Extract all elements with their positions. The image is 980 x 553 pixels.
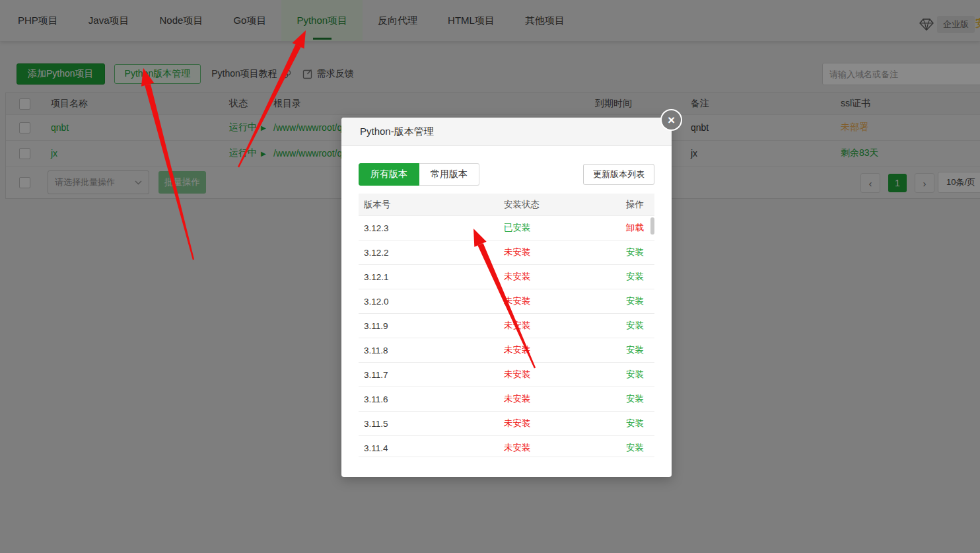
install-action[interactable]: 安装: [575, 246, 654, 258]
install-action[interactable]: 安装: [575, 393, 654, 405]
version-table: 版本号 安装状态 操作 3.12.3已安装卸载3.12.2未安装安装3.12.1…: [359, 194, 654, 457]
version-number: 3.11.4: [359, 443, 499, 453]
version-number: 3.12.2: [359, 248, 499, 258]
version-rows: 3.12.3已安装卸载3.12.2未安装安装3.12.1未安装安装3.12.0未…: [359, 215, 654, 457]
version-row: 3.11.8未安装安装: [359, 338, 654, 362]
install-action[interactable]: 安装: [575, 369, 654, 381]
version-number: 3.11.7: [359, 370, 499, 380]
modal-body: 所有版本 常用版本 更新版本列表 版本号 安装状态 操作 3.12.3已安装卸载…: [341, 146, 672, 457]
version-number: 3.11.9: [359, 321, 499, 331]
close-icon[interactable]: ×: [660, 109, 682, 131]
update-version-list-button[interactable]: 更新版本列表: [583, 164, 654, 185]
page: PHP项目 Java项目 Node项目 Go项目 Python项目 反向代理 H…: [0, 0, 980, 553]
version-filter-tabs: 所有版本 常用版本 更新版本列表: [359, 163, 654, 186]
version-row: 3.11.6未安装安装: [359, 387, 654, 411]
install-action[interactable]: 安装: [575, 344, 654, 356]
install-status: 未安装: [499, 271, 575, 283]
version-number: 3.11.5: [359, 419, 499, 429]
version-row: 3.12.3已安装卸载: [359, 215, 654, 240]
install-status: 未安装: [499, 442, 575, 454]
install-status: 已安装: [499, 222, 575, 234]
install-action[interactable]: 安装: [575, 271, 654, 283]
version-row: 3.11.4未安装安装: [359, 435, 654, 457]
version-number: 3.12.0: [359, 297, 499, 307]
install-status: 未安装: [499, 344, 575, 356]
install-status: 未安装: [499, 369, 575, 381]
modal-title: Python-版本管理: [360, 126, 434, 138]
install-action[interactable]: 安装: [575, 418, 654, 429]
version-table-header: 版本号 安装状态 操作: [359, 194, 654, 215]
install-action[interactable]: 安装: [575, 295, 654, 307]
version-number: 3.11.6: [359, 394, 499, 404]
uninstall-action[interactable]: 卸载: [575, 222, 654, 234]
scrollbar-thumb[interactable]: [650, 217, 654, 235]
version-row: 3.12.1未安装安装: [359, 264, 654, 289]
col-install-status: 安装状态: [499, 199, 575, 211]
col-action: 操作: [575, 199, 654, 211]
modal-title-bar: Python-版本管理: [341, 118, 672, 146]
install-action[interactable]: 安装: [575, 320, 654, 332]
install-status: 未安装: [499, 246, 575, 258]
version-row: 3.11.9未安装安装: [359, 313, 654, 338]
version-row: 3.11.5未安装安装: [359, 411, 654, 435]
install-status: 未安装: [499, 320, 575, 332]
install-action[interactable]: 安装: [575, 442, 654, 454]
version-row: 3.12.0未安装安装: [359, 289, 654, 313]
version-number: 3.11.8: [359, 346, 499, 355]
tab-all-versions[interactable]: 所有版本: [359, 163, 419, 186]
col-version: 版本号: [359, 199, 499, 211]
install-status: 未安装: [499, 418, 575, 429]
python-version-modal: Python-版本管理 × 所有版本 常用版本 更新版本列表 版本号 安装状态 …: [341, 118, 672, 477]
install-status: 未安装: [499, 295, 575, 307]
install-status: 未安装: [499, 393, 575, 405]
version-row: 3.11.7未安装安装: [359, 362, 654, 387]
version-number: 3.12.3: [359, 223, 499, 233]
version-row: 3.12.2未安装安装: [359, 240, 654, 264]
tab-common-versions[interactable]: 常用版本: [419, 163, 479, 186]
version-number: 3.12.1: [359, 272, 499, 282]
